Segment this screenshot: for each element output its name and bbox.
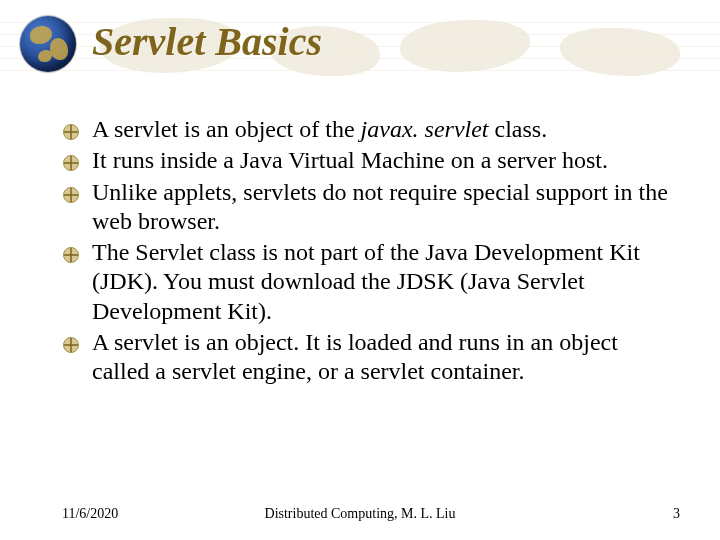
footer-page-number: 3 xyxy=(673,506,680,522)
bullet-icon xyxy=(62,242,80,260)
bullet-icon xyxy=(62,119,80,137)
bullet-text: Unlike applets, servlets do not require … xyxy=(92,179,668,234)
bullet-list: A servlet is an object of the javax. ser… xyxy=(62,115,680,386)
footer-center: Distributed Computing, M. L. Liu xyxy=(0,506,720,522)
bullet-icon xyxy=(62,332,80,350)
list-item: Unlike applets, servlets do not require … xyxy=(62,178,680,237)
bullet-text: It runs inside a Java Virtual Machine on… xyxy=(92,147,608,173)
bullet-text: A servlet is an object. It is loaded and… xyxy=(92,329,618,384)
slide: Servlet Basics A servlet is an object of… xyxy=(0,0,720,540)
bullet-text: A servlet is an object of the javax. ser… xyxy=(92,116,547,142)
list-item: The Servlet class is not part of the Jav… xyxy=(62,238,680,326)
bullet-icon xyxy=(62,150,80,168)
slide-title: Servlet Basics xyxy=(92,18,322,65)
globe-icon xyxy=(20,16,76,72)
list-item: A servlet is an object. It is loaded and… xyxy=(62,328,680,387)
list-item: A servlet is an object of the javax. ser… xyxy=(62,115,680,144)
bullet-icon xyxy=(62,182,80,200)
list-item: It runs inside a Java Virtual Machine on… xyxy=(62,146,680,175)
bullet-text: The Servlet class is not part of the Jav… xyxy=(92,239,640,324)
content-area: A servlet is an object of the javax. ser… xyxy=(62,115,680,388)
